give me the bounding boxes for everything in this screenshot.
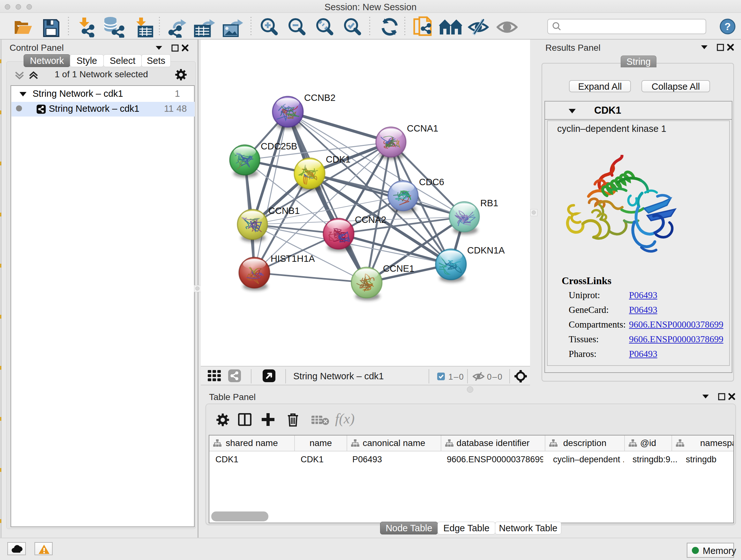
svg-text:CCNE1: CCNE1 (383, 263, 414, 273)
svg-text:CDK1: CDK1 (326, 154, 350, 165)
svg-text:CCNA1: CCNA1 (407, 123, 438, 133)
svg-text:CCNA2: CCNA2 (355, 214, 386, 225)
svg-text:CCNB2: CCNB2 (304, 92, 335, 103)
svg-text:CCNB1: CCNB1 (268, 206, 300, 216)
svg-text:CDC6: CDC6 (419, 177, 444, 187)
svg-text:HIST1H1A: HIST1H1A (271, 253, 315, 264)
svg-text:?: ? (724, 21, 731, 32)
svg-text:CDC25B: CDC25B (261, 141, 297, 151)
svg-text:RB1: RB1 (480, 198, 498, 208)
svg-text:CDKN1A: CDKN1A (467, 245, 505, 255)
